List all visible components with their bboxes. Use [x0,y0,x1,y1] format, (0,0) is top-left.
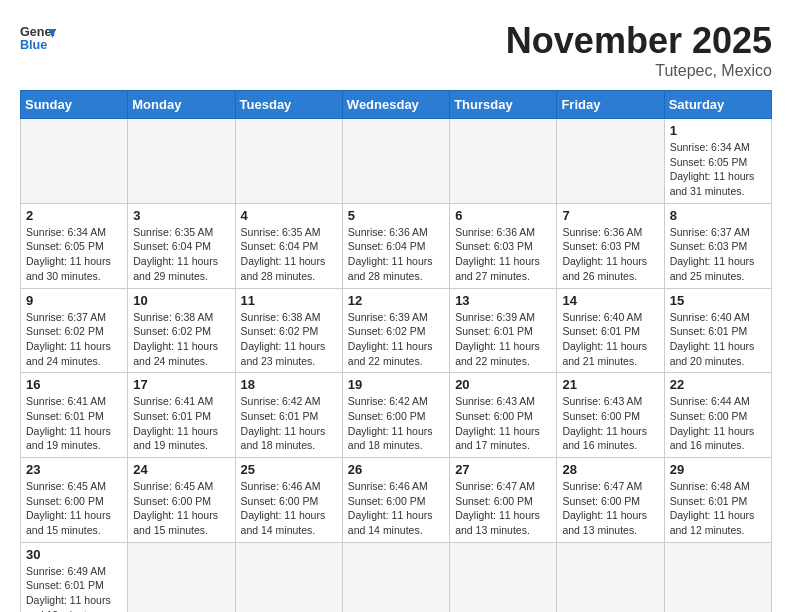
day-number: 7 [562,208,658,223]
calendar-cell: 24Sunrise: 6:45 AM Sunset: 6:00 PM Dayli… [128,458,235,543]
calendar-cell: 30Sunrise: 6:49 AM Sunset: 6:01 PM Dayli… [21,542,128,612]
day-info: Sunrise: 6:43 AM Sunset: 6:00 PM Dayligh… [455,394,551,453]
weekday-header-wednesday: Wednesday [342,91,449,119]
calendar-cell: 6Sunrise: 6:36 AM Sunset: 6:03 PM Daylig… [450,203,557,288]
calendar-cell: 28Sunrise: 6:47 AM Sunset: 6:00 PM Dayli… [557,458,664,543]
week-row-0: 1Sunrise: 6:34 AM Sunset: 6:05 PM Daylig… [21,119,772,204]
day-info: Sunrise: 6:45 AM Sunset: 6:00 PM Dayligh… [26,479,122,538]
day-info: Sunrise: 6:43 AM Sunset: 6:00 PM Dayligh… [562,394,658,453]
calendar-cell: 25Sunrise: 6:46 AM Sunset: 6:00 PM Dayli… [235,458,342,543]
day-number: 8 [670,208,766,223]
day-number: 30 [26,547,122,562]
day-number: 15 [670,293,766,308]
day-info: Sunrise: 6:38 AM Sunset: 6:02 PM Dayligh… [133,310,229,369]
calendar-cell [128,542,235,612]
calendar-cell [342,542,449,612]
day-info: Sunrise: 6:34 AM Sunset: 6:05 PM Dayligh… [26,225,122,284]
day-number: 25 [241,462,337,477]
calendar-cell: 13Sunrise: 6:39 AM Sunset: 6:01 PM Dayli… [450,288,557,373]
calendar-cell [664,542,771,612]
day-info: Sunrise: 6:46 AM Sunset: 6:00 PM Dayligh… [241,479,337,538]
month-title: November 2025 [506,20,772,62]
calendar-cell: 4Sunrise: 6:35 AM Sunset: 6:04 PM Daylig… [235,203,342,288]
weekday-header-friday: Friday [557,91,664,119]
calendar-cell [557,542,664,612]
day-number: 18 [241,377,337,392]
calendar-cell [450,542,557,612]
day-number: 29 [670,462,766,477]
day-info: Sunrise: 6:37 AM Sunset: 6:02 PM Dayligh… [26,310,122,369]
day-number: 11 [241,293,337,308]
day-number: 23 [26,462,122,477]
calendar-cell: 12Sunrise: 6:39 AM Sunset: 6:02 PM Dayli… [342,288,449,373]
day-info: Sunrise: 6:41 AM Sunset: 6:01 PM Dayligh… [133,394,229,453]
day-info: Sunrise: 6:36 AM Sunset: 6:04 PM Dayligh… [348,225,444,284]
day-number: 5 [348,208,444,223]
calendar-cell: 7Sunrise: 6:36 AM Sunset: 6:03 PM Daylig… [557,203,664,288]
day-info: Sunrise: 6:35 AM Sunset: 6:04 PM Dayligh… [241,225,337,284]
day-number: 13 [455,293,551,308]
weekday-header-thursday: Thursday [450,91,557,119]
day-number: 27 [455,462,551,477]
day-number: 10 [133,293,229,308]
day-number: 2 [26,208,122,223]
day-number: 17 [133,377,229,392]
day-info: Sunrise: 6:37 AM Sunset: 6:03 PM Dayligh… [670,225,766,284]
calendar-cell: 23Sunrise: 6:45 AM Sunset: 6:00 PM Dayli… [21,458,128,543]
day-number: 4 [241,208,337,223]
calendar-cell: 17Sunrise: 6:41 AM Sunset: 6:01 PM Dayli… [128,373,235,458]
page-header: General Blue November 2025 Tutepec, Mexi… [20,20,772,80]
calendar-cell [235,119,342,204]
day-info: Sunrise: 6:36 AM Sunset: 6:03 PM Dayligh… [455,225,551,284]
day-number: 22 [670,377,766,392]
day-number: 19 [348,377,444,392]
calendar-cell [128,119,235,204]
logo: General Blue [20,20,56,56]
day-number: 1 [670,123,766,138]
weekday-header-monday: Monday [128,91,235,119]
day-number: 20 [455,377,551,392]
calendar-cell: 3Sunrise: 6:35 AM Sunset: 6:04 PM Daylig… [128,203,235,288]
day-number: 12 [348,293,444,308]
calendar-cell: 5Sunrise: 6:36 AM Sunset: 6:04 PM Daylig… [342,203,449,288]
calendar-cell: 16Sunrise: 6:41 AM Sunset: 6:01 PM Dayli… [21,373,128,458]
day-info: Sunrise: 6:42 AM Sunset: 6:00 PM Dayligh… [348,394,444,453]
day-info: Sunrise: 6:42 AM Sunset: 6:01 PM Dayligh… [241,394,337,453]
day-info: Sunrise: 6:39 AM Sunset: 6:01 PM Dayligh… [455,310,551,369]
weekday-header-saturday: Saturday [664,91,771,119]
calendar-cell [450,119,557,204]
day-info: Sunrise: 6:47 AM Sunset: 6:00 PM Dayligh… [562,479,658,538]
calendar-cell: 22Sunrise: 6:44 AM Sunset: 6:00 PM Dayli… [664,373,771,458]
logo-icon: General Blue [20,20,56,56]
calendar-cell: 20Sunrise: 6:43 AM Sunset: 6:00 PM Dayli… [450,373,557,458]
calendar-cell: 1Sunrise: 6:34 AM Sunset: 6:05 PM Daylig… [664,119,771,204]
week-row-2: 9Sunrise: 6:37 AM Sunset: 6:02 PM Daylig… [21,288,772,373]
calendar-cell: 14Sunrise: 6:40 AM Sunset: 6:01 PM Dayli… [557,288,664,373]
calendar-cell: 11Sunrise: 6:38 AM Sunset: 6:02 PM Dayli… [235,288,342,373]
calendar-cell: 27Sunrise: 6:47 AM Sunset: 6:00 PM Dayli… [450,458,557,543]
weekday-header-row: SundayMondayTuesdayWednesdayThursdayFrid… [21,91,772,119]
calendar-cell: 21Sunrise: 6:43 AM Sunset: 6:00 PM Dayli… [557,373,664,458]
day-info: Sunrise: 6:46 AM Sunset: 6:00 PM Dayligh… [348,479,444,538]
calendar-cell: 18Sunrise: 6:42 AM Sunset: 6:01 PM Dayli… [235,373,342,458]
weekday-header-tuesday: Tuesday [235,91,342,119]
calendar-cell: 9Sunrise: 6:37 AM Sunset: 6:02 PM Daylig… [21,288,128,373]
day-info: Sunrise: 6:34 AM Sunset: 6:05 PM Dayligh… [670,140,766,199]
calendar-cell [235,542,342,612]
day-info: Sunrise: 6:40 AM Sunset: 6:01 PM Dayligh… [562,310,658,369]
calendar-cell: 19Sunrise: 6:42 AM Sunset: 6:00 PM Dayli… [342,373,449,458]
day-info: Sunrise: 6:38 AM Sunset: 6:02 PM Dayligh… [241,310,337,369]
day-number: 21 [562,377,658,392]
day-number: 9 [26,293,122,308]
week-row-5: 30Sunrise: 6:49 AM Sunset: 6:01 PM Dayli… [21,542,772,612]
week-row-4: 23Sunrise: 6:45 AM Sunset: 6:00 PM Dayli… [21,458,772,543]
calendar-cell [557,119,664,204]
location-subtitle: Tutepec, Mexico [506,62,772,80]
day-number: 28 [562,462,658,477]
calendar-cell: 8Sunrise: 6:37 AM Sunset: 6:03 PM Daylig… [664,203,771,288]
calendar-cell: 10Sunrise: 6:38 AM Sunset: 6:02 PM Dayli… [128,288,235,373]
svg-text:Blue: Blue [20,38,47,52]
day-number: 3 [133,208,229,223]
week-row-3: 16Sunrise: 6:41 AM Sunset: 6:01 PM Dayli… [21,373,772,458]
day-info: Sunrise: 6:39 AM Sunset: 6:02 PM Dayligh… [348,310,444,369]
